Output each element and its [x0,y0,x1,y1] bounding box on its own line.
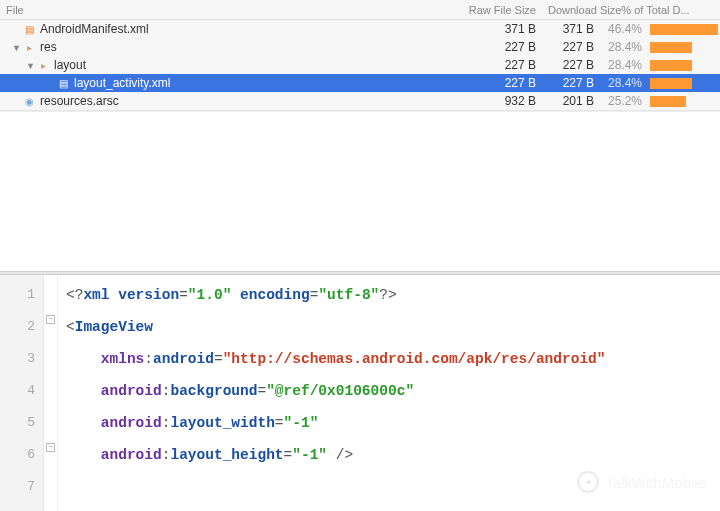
raw-size: 227 B [454,58,544,72]
file-name: layout_activity.xml [74,76,170,90]
download-size: 227 B [544,58,598,72]
file-name: res [40,40,57,54]
raw-size: 932 B [454,94,544,108]
raw-size: 227 B [454,76,544,90]
size-percent: 28.4% [598,58,646,72]
header-raw-size: Raw File Size [454,4,544,16]
download-size: 227 B [544,40,598,54]
size-bar [646,78,714,89]
tree-row-res[interactable]: ▼▸res227 B227 B28.4% [0,38,720,56]
tree-row-androidmanifest-xml[interactable]: ▤AndroidManifest.xml371 B371 B46.4% [0,20,720,38]
chevron-down-icon[interactable]: ▼ [26,61,34,71]
download-size: 201 B [544,94,598,108]
fold-marker-open[interactable]: − [46,315,55,324]
raw-size: 371 B [454,22,544,36]
size-bar [646,96,714,107]
file-name: layout [54,58,86,72]
line-number: 4 [0,375,35,407]
size-bar [646,60,714,71]
file-name: AndroidManifest.xml [40,22,149,36]
line-number: 2 [0,311,35,343]
code-editor: 1234567 − − <?xml version="1.0" encoding… [0,275,720,511]
line-number: 1 [0,279,35,311]
line-number: 5 [0,407,35,439]
empty-area [0,111,720,271]
fold-strip: − − [44,275,58,511]
size-bar [646,42,714,53]
size-percent: 46.4% [598,22,646,36]
tree-header: File Raw File Size Download Size% of Tot… [0,0,720,20]
code-content[interactable]: <?xml version="1.0" encoding="utf-8"?> <… [58,275,720,511]
header-file: File [6,4,454,16]
download-size: 227 B [544,76,598,90]
size-percent: 25.2% [598,94,646,108]
chevron-down-icon[interactable]: ▼ [12,43,20,53]
header-download-size: Download Size% of Total D... [544,4,714,16]
raw-size: 227 B [454,40,544,54]
line-number: 7 [0,471,35,503]
file-name: resources.arsc [40,94,119,108]
file-tree-panel: File Raw File Size Download Size% of Tot… [0,0,720,111]
line-number: 6 [0,439,35,471]
tree-row-layout-activity-xml[interactable]: ▤layout_activity.xml227 B227 B28.4% [0,74,720,92]
tree-row-layout[interactable]: ▼▸layout227 B227 B28.4% [0,56,720,74]
size-bar [646,24,714,35]
arsc-file-icon: ◉ [22,94,36,108]
line-gutter: 1234567 [0,275,44,511]
line-number: 3 [0,343,35,375]
folder-icon: ▸ [22,40,36,54]
xml-file-icon: ▤ [22,22,36,36]
download-size: 371 B [544,22,598,36]
xml-file-icon: ▤ [56,76,70,90]
folder-icon: ▸ [36,58,50,72]
fold-marker-close[interactable]: − [46,443,55,452]
tree-row-resources-arsc[interactable]: ◉resources.arsc932 B201 B25.2% [0,92,720,110]
size-percent: 28.4% [598,40,646,54]
size-percent: 28.4% [598,76,646,90]
